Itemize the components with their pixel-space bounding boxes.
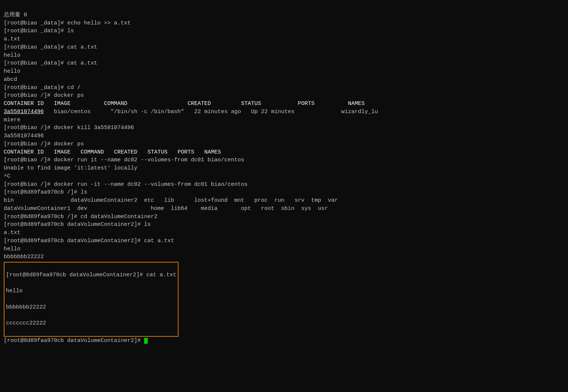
status-value: Up 22 minutes (251, 109, 294, 115)
output-line: bin dataVolumeContainer2 etc lib lost+fo… (4, 197, 564, 205)
col-created: CREATED (187, 101, 211, 107)
prompt-line: [root@biao _data]# cat a.txt (4, 43, 564, 52)
output-line: 总用量 0 (4, 11, 564, 19)
output-line: hello (4, 245, 564, 253)
col-container-id: CONTAINER ID (4, 101, 44, 107)
col-status2: STATUS (147, 149, 167, 155)
command-value: "/bin/sh -c /bin/bash" (111, 109, 184, 115)
output-line: ^C (4, 172, 564, 181)
image-value: biao/centos (54, 109, 91, 115)
final-prompt-line: [root@8d89faa970cb dataVolumeContainer2]… (4, 337, 564, 345)
col-created2: CREATED (114, 149, 137, 155)
col-ports: PORTS (298, 101, 314, 107)
highlight-line1: [root@8d89faa970cb dataVolumeContainer2]… (6, 271, 176, 279)
highlight-line4: ccccccc22222 (6, 319, 176, 327)
col-status: STATUS (241, 101, 261, 107)
prompt-line: [root@8d89faa970cb dataVolumeContainer2]… (4, 237, 564, 245)
output-line: bbbbbbb22222 (4, 253, 564, 261)
col-names2: NAMES (204, 149, 221, 155)
output-line: hello (4, 67, 564, 76)
prompt-line: [root@biao _data]# ls (4, 27, 564, 35)
docker-row: 3a5581074496 biao/centos "/bin/sh -c /bi… (4, 108, 564, 116)
col-command: COMMAND (104, 101, 127, 107)
prompt-line: [root@8d89faa970cb /]# cd dataVolumeCont… (4, 213, 564, 221)
docker-header2: CONTAINER ID IMAGE COMMAND CREATED STATU… (4, 148, 564, 157)
prompt-line: [root@biao /]# docker ps (4, 140, 564, 148)
container-id-value: 3a5581074496 (4, 109, 44, 115)
col-names: NAMES (348, 101, 365, 107)
output-line: dataVolumeContainer1 dev home lib64 medi… (4, 205, 564, 213)
output-line: hello (4, 52, 564, 60)
highlight-line3: bbbbbbb22222 (6, 303, 176, 312)
prompt-line: [root@8d89faa970cb dataVolumeContainer2]… (4, 221, 564, 229)
prompt-line: [root@biao _data]# cat a.txt (4, 59, 564, 67)
output-line: Unable to find image 'it:latest' locally (4, 164, 564, 172)
highlighted-block: [root@8d89faa970cb dataVolumeContainer2]… (4, 262, 179, 337)
col-image: IMAGE (54, 101, 71, 107)
output-line: a.txt (4, 35, 564, 43)
output-line: 3a5581074496 (4, 132, 564, 140)
prompt-line: [root@biao _data]# cd / (4, 84, 564, 92)
names-continuation: miere (4, 116, 564, 124)
highlight-line2: hello (6, 287, 176, 295)
docker-header: CONTAINER ID IMAGE COMMAND CREATED STATU… (4, 100, 564, 108)
col-command2: COMMAND (81, 149, 104, 155)
prompt-line: [root@biao /]# docker run it --name dc02… (4, 156, 564, 164)
prompt-line: [root@biao _data]# echo hello >> a.txt (4, 19, 564, 27)
cursor (144, 338, 148, 344)
output-line: a.txt (4, 229, 564, 237)
names-value: wizardly_lu (341, 109, 378, 115)
created-value: 22 minutes ago (194, 109, 241, 115)
terminal: 总用量 0[root@biao _data]# echo hello >> a.… (4, 3, 564, 353)
col-ports2: PORTS (177, 149, 194, 155)
col-container-id2: CONTAINER ID (4, 149, 44, 155)
prompt-line: [root@biao /]# docker ps (4, 92, 564, 100)
prompt-line: [root@8d89faa970cb /]# ls (4, 188, 564, 197)
output-line: abcd (4, 76, 564, 84)
col-image2: IMAGE (54, 149, 71, 155)
prompt-line: [root@biao /]# docker run -it --name dc0… (4, 181, 564, 189)
prompt-line: [root@biao /]# docker kill 3a5581074496 (4, 124, 564, 132)
